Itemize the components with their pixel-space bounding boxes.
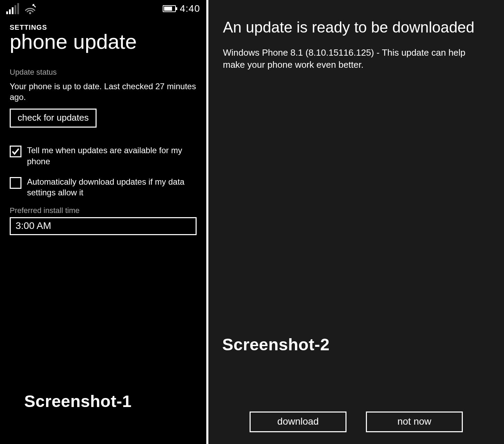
page-title: phone update (10, 31, 197, 53)
update-status-label: Update status (10, 68, 197, 77)
overlay-caption-2: Screenshot-2 (222, 335, 330, 354)
notify-updates-checkbox[interactable] (10, 146, 21, 157)
auto-download-label: Automatically download updates if my dat… (27, 176, 197, 198)
svg-point-0 (29, 12, 31, 14)
install-time-select[interactable]: 3:00 AM (10, 217, 197, 235)
checkmark-icon (11, 147, 20, 156)
screenshot-1-panel: 4:40 SETTINGS phone update Update status… (0, 0, 206, 444)
check-for-updates-button[interactable]: check for updates (10, 109, 97, 128)
status-right-group: 4:40 (163, 3, 200, 14)
update-ready-body: Windows Phone 8.1 (8.10.15116.125) - Thi… (223, 47, 487, 71)
cellular-signal-icon (6, 3, 19, 14)
right-content: An update is ready to be downloaded Wind… (208, 0, 504, 71)
overlay-caption-1: Screenshot-1 (24, 392, 132, 411)
notify-updates-label: Tell me when updates are available for m… (27, 145, 197, 166)
update-status-text: Your phone is up to date. Last checked 2… (10, 81, 197, 102)
screenshot-2-panel: An update is ready to be downloaded Wind… (206, 0, 504, 444)
left-content: SETTINGS phone update Update status Your… (0, 15, 206, 235)
update-ready-title: An update is ready to be downloaded (223, 19, 487, 36)
install-time-label: Preferred install time (10, 206, 197, 215)
status-bar: 4:40 (0, 0, 206, 15)
auto-download-checkbox[interactable] (10, 177, 21, 189)
bottom-actions: download not now (208, 411, 504, 432)
not-now-button[interactable]: not now (366, 411, 463, 432)
wifi-icon (24, 4, 36, 14)
battery-icon (163, 5, 176, 12)
status-left-group (6, 3, 36, 14)
notify-updates-row: Tell me when updates are available for m… (10, 145, 197, 166)
download-button[interactable]: download (250, 411, 346, 432)
clock-text: 4:40 (180, 3, 200, 14)
auto-download-row: Automatically download updates if my dat… (10, 176, 197, 198)
